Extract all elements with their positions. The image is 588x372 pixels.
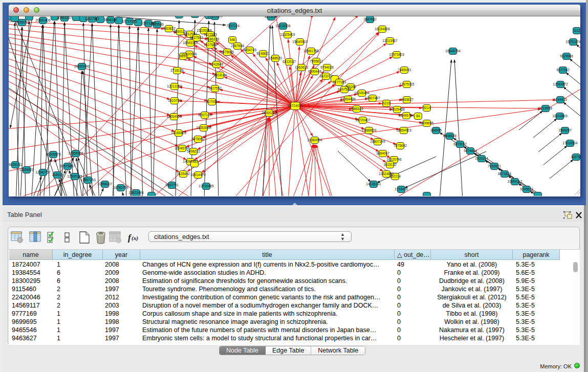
svg-text:10025438: 10025438 — [389, 107, 405, 111]
svg-text:9466160: 9466160 — [104, 18, 117, 21]
svg-text:3875685: 3875685 — [221, 50, 234, 54]
svg-text:9214: 9214 — [423, 106, 431, 110]
svg-text:10719155: 10719155 — [122, 19, 137, 23]
svg-text:7357224: 7357224 — [226, 24, 239, 28]
svg-text:20206578: 20206578 — [46, 152, 61, 156]
svg-text:16543362: 16543362 — [183, 41, 198, 45]
svg-text:10688609: 10688609 — [361, 128, 377, 132]
svg-text:16210643: 16210643 — [552, 114, 568, 118]
svg-text:18654923: 18654923 — [396, 128, 411, 132]
svg-text:5878352: 5878352 — [191, 137, 205, 141]
svg-text:9474444: 9474444 — [464, 149, 477, 152]
svg-text:8471626: 8471626 — [498, 172, 511, 176]
svg-text:8439151: 8439151 — [9, 163, 22, 166]
svg-text:3215958: 3215958 — [539, 106, 552, 110]
svg-text:1569297: 1569297 — [558, 128, 572, 132]
svg-text:2367608: 2367608 — [231, 44, 244, 48]
svg-text:12093872: 12093872 — [553, 82, 568, 86]
svg-text:11156829: 11156829 — [19, 168, 34, 171]
svg-text:7515546: 7515546 — [150, 23, 164, 26]
svg-text:2087682: 2087682 — [363, 17, 377, 21]
svg-text:1621072: 1621072 — [319, 74, 333, 78]
svg-text:15226058: 15226058 — [197, 29, 212, 32]
svg-text:114519: 114519 — [52, 173, 63, 177]
svg-text:1588520: 1588520 — [269, 56, 282, 60]
svg-text:2933114: 2933114 — [475, 157, 488, 160]
svg-text:20691406: 20691406 — [35, 18, 51, 22]
svg-text:(x): (x) — [132, 235, 138, 242]
svg-text:14099483: 14099483 — [183, 160, 198, 163]
svg-text:164095: 164095 — [430, 128, 442, 132]
svg-text:12975115: 12975115 — [400, 82, 415, 86]
svg-text:7986322: 7986322 — [350, 107, 363, 111]
svg-text:8990448: 8990448 — [308, 70, 321, 73]
svg-text:7632621: 7632621 — [488, 164, 501, 168]
svg-text:9827503: 9827503 — [190, 36, 203, 39]
svg-text:6322037: 6322037 — [282, 60, 296, 63]
svg-text:16245434: 16245434 — [354, 91, 369, 95]
svg-text:6879197: 6879197 — [453, 142, 467, 146]
svg-text:10653287: 10653287 — [57, 16, 72, 19]
svg-text:6497508: 6497508 — [338, 87, 351, 91]
svg-text:1362615: 1362615 — [295, 65, 308, 69]
svg-text:15751074: 15751074 — [565, 40, 580, 43]
svg-text:16154808: 16154808 — [375, 27, 390, 31]
svg-text:16648754: 16648754 — [445, 49, 461, 53]
svg-text:252214: 252214 — [389, 174, 401, 178]
svg-text:8454749: 8454749 — [243, 48, 256, 52]
svg-text:7955812: 7955812 — [310, 59, 323, 63]
svg-text:546: 546 — [229, 38, 235, 41]
svg-text:18807249: 18807249 — [370, 140, 385, 143]
svg-text:11527602: 11527602 — [85, 17, 100, 20]
svg-text:14136141: 14136141 — [366, 182, 381, 186]
svg-text:9329966: 9329966 — [560, 54, 573, 58]
svg-text:8912954: 8912954 — [184, 32, 197, 36]
svg-text:1010755: 1010755 — [168, 99, 181, 102]
svg-text:17957253: 17957253 — [80, 178, 96, 182]
svg-text:19218506: 19218506 — [275, 24, 291, 28]
svg-text:14055712: 14055712 — [14, 20, 30, 24]
svg-text:9899695: 9899695 — [420, 121, 433, 125]
svg-text:5498222: 5498222 — [187, 149, 200, 153]
svg-text:10807487: 10807487 — [365, 96, 380, 100]
svg-text:9227342: 9227342 — [556, 68, 570, 72]
svg-text:1733426: 1733426 — [395, 187, 408, 191]
svg-text:9327508: 9327508 — [204, 43, 217, 47]
svg-text:9657791: 9657791 — [165, 183, 179, 187]
svg-text:1112: 1112 — [573, 29, 580, 32]
svg-text:12213369: 12213369 — [167, 84, 182, 88]
svg-text:20053346: 20053346 — [74, 64, 90, 68]
svg-text:92975867: 92975867 — [60, 164, 75, 168]
svg-text:9327503: 9327503 — [204, 33, 217, 36]
svg-text:8813094: 8813094 — [265, 16, 278, 18]
svg-text:9146821: 9146821 — [256, 52, 270, 55]
svg-text:7625402: 7625402 — [177, 172, 190, 176]
svg-text:7485003: 7485003 — [398, 68, 411, 72]
svg-text:19384554: 19384554 — [307, 138, 322, 142]
svg-text:10958107: 10958107 — [97, 182, 113, 186]
svg-text:16782759: 16782759 — [113, 186, 128, 189]
svg-text:15495794: 15495794 — [399, 114, 414, 117]
svg-text:12505135: 12505135 — [67, 174, 82, 178]
svg-text:16120746: 16120746 — [386, 158, 402, 161]
svg-text:3684067: 3684067 — [376, 151, 389, 155]
svg-text:11353594: 11353594 — [197, 126, 211, 129]
svg-text:12923448: 12923448 — [128, 191, 144, 194]
svg-text:2718126: 2718126 — [170, 69, 184, 72]
svg-text:21364436: 21364436 — [340, 97, 356, 101]
svg-text:7075692: 7075692 — [394, 144, 407, 147]
svg-text:1244415: 1244415 — [554, 98, 567, 101]
svg-text:19654953: 19654953 — [166, 115, 182, 118]
svg-text:16961758: 16961758 — [303, 49, 319, 53]
svg-text:1615132: 1615132 — [383, 163, 397, 166]
svg-text:9890: 9890 — [180, 54, 187, 58]
svg-text:25300213: 25300213 — [262, 111, 277, 115]
svg-text:19166825: 19166825 — [171, 131, 186, 135]
svg-text:9777169: 9777169 — [333, 80, 346, 84]
svg-text:116753: 116753 — [571, 155, 580, 159]
svg-text:15720407: 15720407 — [355, 118, 371, 122]
svg-text:2803144: 2803144 — [213, 73, 227, 77]
svg-text:15640910: 15640910 — [292, 40, 308, 43]
svg-text:12342757: 12342757 — [35, 170, 51, 174]
svg-text:10033809: 10033809 — [207, 16, 223, 18]
